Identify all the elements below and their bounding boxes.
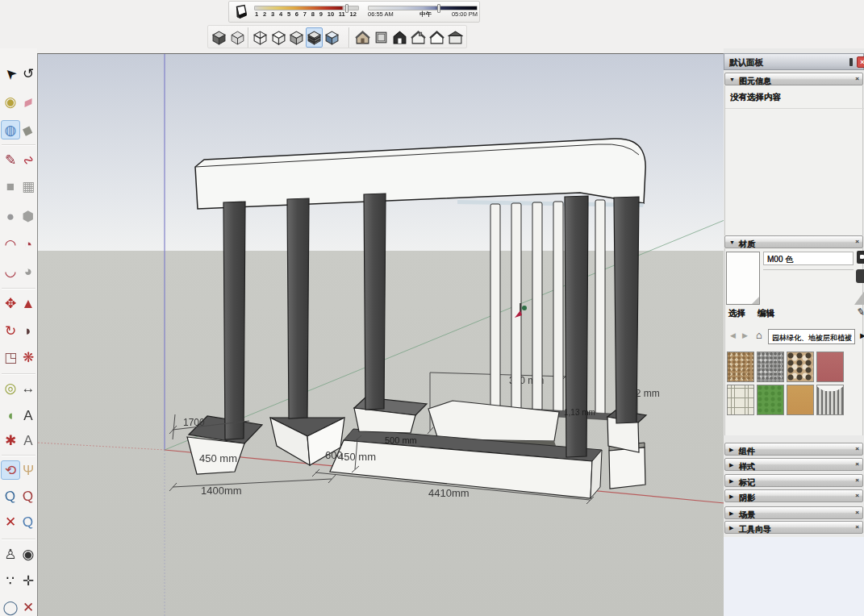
materials-close-icon[interactable]: × [855,238,859,245]
chisel-tool[interactable]: ◆ [19,120,38,139]
dim-1700-label: 1700 [183,417,205,428]
push-pull-tool-icon: ▲ [22,297,35,310]
pan-tool[interactable]: Ψ [19,460,38,480]
extra-tool-2[interactable]: ✕ [19,597,38,616]
dim-450-left-label: 450 mm [199,452,237,464]
material-name-input[interactable]: M00 色 [763,252,854,265]
time-start-label: 06:55 AM [368,10,394,19]
toolbar-separator [2,144,35,145]
view-front-button[interactable] [391,27,408,48]
collection-dropdown[interactable]: 园林绿化、地被层和植被 ∨ [768,329,855,344]
column-3 [364,194,386,410]
section-plane-tool[interactable]: ✛ [19,571,38,590]
tab-select[interactable]: 选择 [728,308,745,319]
3d-text-tool-icon: A [23,434,32,447]
material-river-rock[interactable] [787,352,814,382]
material-gravel-brown[interactable] [727,352,754,382]
view-right-button[interactable] [410,27,427,48]
panel-close-button[interactable]: × [857,56,864,68]
expand-icon[interactable]: ▶ [729,447,733,453]
sketchup-app: ➤↺◉▰◍◆✎∿■▦●⬢◠◔◡◕✥▲↻◗◳❋◎↔◖A✱A⟲ΨQQ✕Q♙◉∵✛◯✕… [0,0,864,616]
zoom-previous-tool[interactable]: Q [19,512,38,531]
materials-header[interactable]: ▼ 材质 × [724,235,863,248]
material-preview[interactable] [726,252,760,305]
3d-text-tool[interactable]: A [19,431,38,450]
material-metal-fence[interactable] [816,385,844,415]
model-canvas[interactable]: 390 mm 42 mm [37,53,724,616]
dimension-tool[interactable]: ↔ [19,378,38,397]
dim-450-mid-label: 450 mm [338,451,376,463]
zoom-window-tool[interactable]: Q [19,486,38,506]
look-around-tool[interactable]: ◉ [19,544,38,564]
section-close-icon[interactable]: × [855,523,859,531]
expand-icon[interactable]: ▶ [729,462,733,468]
home-icon[interactable]: ⌂ [756,329,762,341]
forward-icon[interactable]: ▶ [742,331,748,339]
face-style-back-edges-button[interactable] [211,27,227,48]
create-material-icon[interactable] [857,251,864,264]
material-grass[interactable] [757,385,784,415]
material-red-clay[interactable] [816,352,844,382]
pan-tool-icon: Ψ [23,464,34,477]
entity-info-header[interactable]: ▼ 图元信息 × [724,73,863,85]
material-stone-pavers[interactable] [727,385,754,415]
tab-edit[interactable]: 编辑 [758,308,774,319]
pie-tool[interactable]: ◔ [19,235,38,254]
lasso-tool[interactable]: ↺ [19,64,38,83]
section-header-4[interactable]: ▶阴影× [724,489,863,502]
material-gravel-gray[interactable] [757,352,784,382]
material-sand[interactable] [787,385,814,415]
collapse-icon[interactable]: ▼ [729,239,735,245]
face-style-hidden-line-button[interactable] [270,27,287,48]
face-style-shaded-button[interactable] [288,27,305,48]
detail-view-icon[interactable]: ► [858,331,864,340]
offset-tool[interactable]: ❋ [19,348,38,367]
view-top-button[interactable] [373,27,390,48]
section-header-6[interactable]: ▶工具向导× [724,521,863,534]
push-pull-tool[interactable]: ▲ [19,293,38,313]
shadow-toggle-icon[interactable] [233,4,249,20]
polygon-tool[interactable]: ⬢ [19,206,38,226]
default-panel: 默认面板 × ▼ 图元信息 × 没有选择内容 ▼ 材质 × M00 色 [724,48,864,616]
section-close-icon[interactable]: × [855,445,859,452]
freehand-tool[interactable]: ∿ [19,150,38,169]
look-around-tool-icon: ◉ [23,547,35,561]
view-back-button[interactable] [428,27,445,48]
section-close-icon[interactable]: × [855,460,859,468]
expand-icon[interactable]: ▶ [729,478,733,485]
section-header-5[interactable]: ▶场景× [724,506,863,519]
rotated-rectangle-tool[interactable]: ▦ [19,177,38,196]
section-close-icon[interactable]: × [855,492,859,499]
entity-info-close-icon[interactable]: × [855,75,859,82]
face-style-shaded-textures-button[interactable] [306,27,323,48]
face-style-wireframe-button[interactable] [252,27,269,48]
text-tool[interactable]: A [19,406,38,425]
toolbar-separator [2,539,35,539]
eraser-tool-icon: ▰ [20,94,35,110]
face-style-xray-button[interactable] [229,27,246,48]
shadow-date-ticks: 123456789101112 [255,10,357,18]
section-header-2[interactable]: ▶样式× [724,458,863,471]
section-header-3[interactable]: ▶标记× [724,474,863,487]
expand-icon[interactable]: ▶ [729,525,733,531]
sector-tool[interactable]: ◕ [19,261,38,281]
follow-me-tool[interactable]: ◗ [19,321,38,340]
section-header-1[interactable]: ▶组件× [724,443,863,456]
collapse-icon[interactable]: ▼ [729,77,735,82]
face-style-xray-icon [230,30,245,45]
section-close-icon[interactable]: × [855,509,859,516]
extra-tool-2-icon: ✕ [23,601,34,614]
view-iso-button[interactable] [354,27,371,48]
expand-icon[interactable]: ▶ [729,510,733,517]
face-style-monochrome-button[interactable] [323,27,340,48]
date-tick: 4 [279,10,282,18]
expand-icon[interactable]: ▶ [729,493,733,500]
display-pane-icon[interactable] [856,269,864,283]
back-icon[interactable]: ◀ [730,331,736,339]
panel-titlebar[interactable]: 默认面板 × [724,53,864,70]
eyedropper-icon[interactable]: ✎ [856,306,864,318]
section-close-icon[interactable]: × [855,477,859,484]
eraser-tool[interactable]: ▰ [19,92,38,111]
pin-icon[interactable] [849,58,853,66]
view-left-button[interactable] [447,27,464,48]
